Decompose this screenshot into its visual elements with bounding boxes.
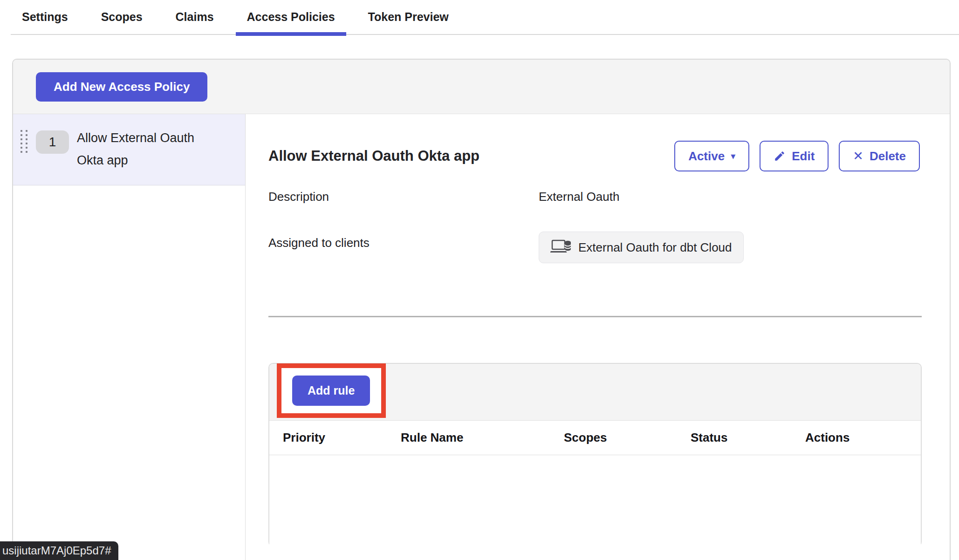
page: Settings Scopes Claims Access Policies T…: [0, 0, 959, 560]
edit-button[interactable]: Edit: [760, 141, 829, 171]
assigned-client-name: External Oauth for dbt Cloud: [578, 240, 732, 255]
policy-name-label: Allow External Oauth Okta app: [77, 127, 212, 171]
annotation-highlight-box: Add rule: [277, 363, 386, 418]
chevron-down-icon: ▾: [731, 151, 735, 161]
column-header-scopes: Scopes: [564, 421, 607, 455]
add-rule-button[interactable]: Add rule: [292, 376, 370, 406]
rules-table-body: [269, 455, 921, 546]
tab-scopes[interactable]: Scopes: [90, 0, 154, 34]
panel-toolbar: Add New Access Policy: [13, 60, 950, 114]
section-divider: [268, 316, 922, 317]
laptop-database-icon: [550, 239, 572, 256]
policy-detail-header: Allow External Oauth Okta app Active ▾ E…: [268, 140, 920, 172]
tab-claims[interactable]: Claims: [164, 0, 225, 34]
description-label: Description: [268, 190, 329, 204]
tab-bar: Settings Scopes Claims Access Policies T…: [11, 0, 959, 35]
rules-table-header: Priority Rule Name Scopes Status Actions: [269, 421, 921, 455]
policy-list: 1 Allow External Oauth Okta app: [13, 114, 246, 560]
description-value: External Oauth: [539, 190, 619, 204]
tab-settings[interactable]: Settings: [11, 0, 79, 34]
policy-action-buttons: Active ▾ Edit ✕ Delete: [674, 141, 920, 171]
assigned-to-clients-label: Assigned to clients: [268, 236, 370, 250]
active-status-dropdown-button[interactable]: Active ▾: [674, 141, 749, 171]
rules-panel: Add rule Priority Rule Name Scopes Statu…: [268, 363, 922, 546]
assigned-client-chip[interactable]: External Oauth for dbt Cloud: [539, 232, 744, 263]
tab-token-preview[interactable]: Token Preview: [357, 0, 460, 34]
rules-toolbar: Add rule: [269, 364, 921, 421]
delete-button[interactable]: ✕ Delete: [839, 141, 920, 171]
link-status-tooltip: usijiutarM7Aj0Ep5d7#: [0, 541, 118, 560]
add-new-access-policy-button[interactable]: Add New Access Policy: [36, 72, 207, 102]
column-header-actions: Actions: [805, 421, 849, 455]
column-header-priority: Priority: [283, 421, 325, 455]
policy-priority-badge: 1: [36, 130, 69, 154]
policy-title: Allow External Oauth Okta app: [268, 148, 480, 164]
tab-access-policies[interactable]: Access Policies: [236, 0, 346, 34]
pencil-icon: [774, 150, 786, 162]
access-policies-panel: Add New Access Policy 1 Allow External O…: [12, 59, 951, 560]
drag-handle-icon[interactable]: [21, 130, 27, 153]
policy-list-item[interactable]: 1 Allow External Oauth Okta app: [13, 114, 245, 185]
policy-detail-pane: Allow External Oauth Okta app Active ▾ E…: [246, 114, 950, 560]
close-icon: ✕: [853, 150, 863, 163]
column-header-status: Status: [691, 421, 727, 455]
panel-body: 1 Allow External Oauth Okta app Allow Ex…: [13, 114, 950, 560]
column-header-rule-name: Rule Name: [401, 421, 463, 455]
